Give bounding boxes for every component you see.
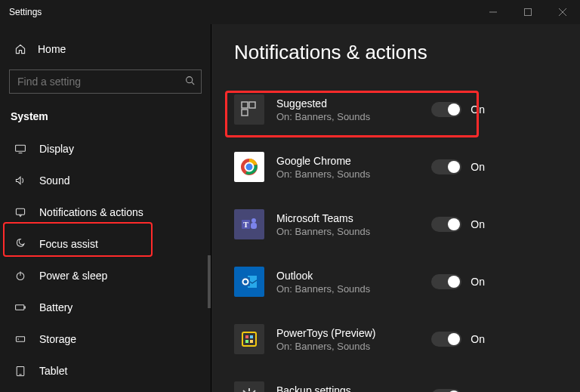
- svg-rect-1: [525, 9, 532, 16]
- svg-rect-18: [249, 102, 255, 108]
- sidebar-item-storage[interactable]: Storage: [9, 323, 202, 355]
- svg-rect-19: [242, 110, 248, 116]
- notifications-icon: [14, 205, 27, 219]
- svg-rect-32: [250, 335, 253, 338]
- sidebar-item-label: Sound: [39, 174, 69, 187]
- sidebar-item-sound[interactable]: Sound: [9, 165, 202, 196]
- sidebar-item-notifications[interactable]: Notifications & actions: [9, 196, 202, 228]
- sidebar-home[interactable]: Home: [9, 35, 202, 69]
- svg-rect-30: [242, 332, 256, 346]
- sidebar-section-system: System: [9, 107, 202, 133]
- search-input[interactable]: [17, 76, 185, 88]
- sidebar-item-label: Notifications & actions: [39, 206, 143, 218]
- sidebar-item-tablet[interactable]: Tablet: [9, 355, 202, 387]
- display-icon: [14, 142, 27, 156]
- svg-line-5: [192, 82, 194, 85]
- toggle-backup-settings[interactable]: [431, 389, 461, 392]
- app-name: PowerToys (Preview): [276, 327, 431, 339]
- toggle-label: On: [470, 103, 485, 116]
- app-name: Google Chrome: [276, 155, 431, 167]
- toggle-suggested[interactable]: [431, 102, 461, 117]
- sidebar-item-display[interactable]: Display: [9, 133, 202, 165]
- sidebar-scrollbar[interactable]: [208, 255, 211, 308]
- sidebar-home-label: Home: [38, 43, 66, 55]
- home-icon: [14, 42, 27, 56]
- notifications-app-list: Suggested On: Banners, Sounds On: [234, 84, 580, 392]
- maximize-button[interactable]: [511, 0, 545, 24]
- search-icon: [185, 76, 195, 88]
- sidebar-item-power-sleep[interactable]: Power & sleep: [9, 260, 202, 292]
- sidebar-nav: Display Sound Notifications & actions Fo…: [9, 133, 202, 387]
- sidebar: Home System Display Sound: [0, 24, 211, 392]
- title-bar: Settings: [0, 0, 580, 24]
- suggested-icon: [234, 94, 264, 125]
- app-name: Outlook: [276, 270, 431, 282]
- sidebar-item-label: Focus assist: [39, 238, 98, 250]
- app-row-microsoft-teams[interactable]: T Microsoft Teams On: Banners, Sounds On: [234, 199, 485, 250]
- svg-rect-17: [242, 102, 248, 108]
- app-row-suggested[interactable]: Suggested On: Banners, Sounds On: [234, 84, 485, 135]
- svg-rect-6: [16, 145, 26, 151]
- app-meta: On: Banners, Sounds: [276, 283, 431, 295]
- app-name: Backup settings: [276, 384, 431, 393]
- sound-icon: [14, 174, 27, 187]
- svg-rect-31: [245, 335, 248, 338]
- svg-point-25: [251, 218, 256, 223]
- battery-icon: [14, 301, 27, 314]
- toggle-powertoys[interactable]: [431, 332, 461, 347]
- settings-icon: [234, 381, 264, 392]
- toggle-microsoft-teams[interactable]: [431, 217, 461, 232]
- app-meta: On: Banners, Sounds: [276, 111, 431, 122]
- sidebar-item-label: Display: [39, 143, 74, 155]
- chrome-icon: [234, 152, 264, 182]
- teams-icon: T: [234, 209, 264, 239]
- svg-rect-34: [250, 340, 253, 343]
- sidebar-item-label: Tablet: [39, 365, 67, 377]
- app-name: Microsoft Teams: [276, 212, 431, 224]
- content: Notifications & actions Suggested On: Ba…: [211, 24, 580, 392]
- svg-rect-26: [251, 223, 257, 229]
- sidebar-item-label: Power & sleep: [39, 270, 107, 282]
- storage-icon: [14, 332, 27, 346]
- app-row-outlook[interactable]: Outlook On: Banners, Sounds On: [234, 256, 485, 307]
- minimize-button[interactable]: [476, 0, 511, 24]
- svg-point-4: [187, 77, 193, 83]
- sidebar-item-battery[interactable]: Battery: [9, 292, 202, 323]
- toggle-label: On: [470, 218, 485, 230]
- toggle-label: On: [470, 276, 485, 288]
- svg-text:T: T: [243, 221, 248, 229]
- sidebar-item-label: Battery: [39, 301, 72, 313]
- app-meta: On: Banners, Sounds: [276, 341, 431, 352]
- power-icon: [14, 269, 27, 282]
- sidebar-item-focus-assist[interactable]: Focus assist: [9, 228, 202, 260]
- app-row-powertoys[interactable]: PowerToys (Preview) On: Banners, Sounds …: [234, 313, 485, 365]
- app-row-google-chrome[interactable]: Google Chrome On: Banners, Sounds On: [234, 141, 485, 193]
- svg-rect-13: [16, 337, 24, 341]
- toggle-outlook[interactable]: [431, 274, 461, 289]
- app-meta: On: Banners, Sounds: [276, 168, 431, 180]
- app-name: Suggested: [276, 97, 431, 110]
- outlook-icon: [234, 267, 264, 297]
- toggle-google-chrome[interactable]: [431, 159, 461, 174]
- app-meta: On: Banners, Sounds: [276, 226, 431, 237]
- toggle-label: On: [470, 161, 485, 173]
- window-title: Settings: [9, 7, 42, 17]
- svg-rect-8: [16, 208, 24, 215]
- svg-rect-33: [245, 340, 248, 343]
- sidebar-item-label: Storage: [39, 333, 76, 345]
- svg-rect-12: [24, 306, 26, 308]
- svg-rect-11: [16, 305, 24, 310]
- page-title: Notifications & actions: [234, 41, 580, 64]
- app-row-backup-settings[interactable]: Backup settings On: Banners, Sounds On: [234, 371, 485, 392]
- focus-assist-icon: [14, 237, 27, 251]
- svg-point-14: [17, 338, 19, 340]
- toggle-label: On: [470, 333, 485, 345]
- powertoys-icon: [234, 324, 264, 354]
- tablet-icon: [14, 364, 27, 378]
- search-box[interactable]: [9, 69, 202, 94]
- close-button[interactable]: [545, 0, 580, 24]
